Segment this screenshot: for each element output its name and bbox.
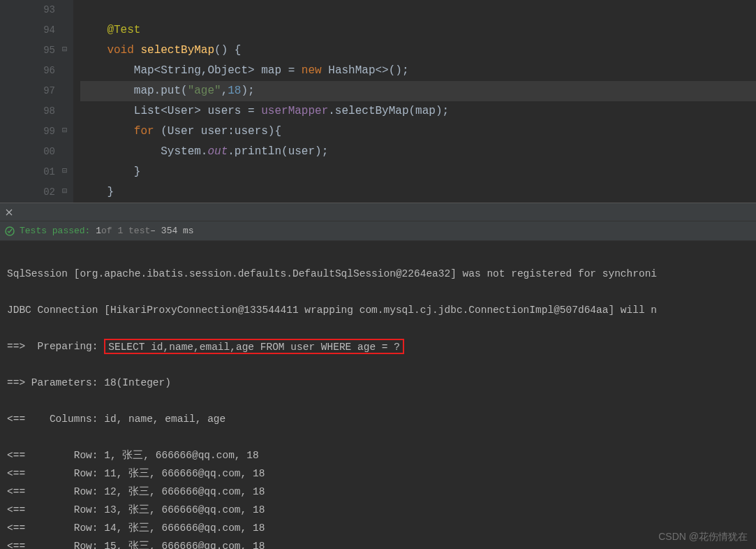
console-row: <== Row: 11, 张三, 666666@qq.com, 18 bbox=[7, 464, 749, 483]
line-number: 99 bbox=[43, 122, 55, 142]
watermark: CSDN @花伤情犹在 bbox=[658, 531, 748, 543]
line-number: 96 bbox=[43, 61, 55, 81]
console-row: <== Row: 15, 张三, 666666@qq.com, 18 bbox=[7, 537, 749, 549]
console-line: <== Columns: id, name, email, age bbox=[7, 410, 749, 428]
close-tab-icon[interactable] bbox=[0, 203, 18, 221]
bottom-panel: Tests passed: 1 of 1 test – 354 ms SqlSe… bbox=[0, 203, 756, 549]
tests-time: – 354 ms bbox=[150, 226, 193, 236]
line-number: 01 bbox=[43, 162, 55, 182]
console-line: JDBC Connection [HikariProxyConnection@1… bbox=[7, 301, 749, 319]
console-row: <== Row: 14, 张三, 666666@qq.com, 18 bbox=[7, 519, 749, 537]
fold-column: ⊟ ⊟ ⊟ ⊟ bbox=[59, 0, 73, 203]
console-output[interactable]: SqlSession [org.apache.ibatis.session.de… bbox=[0, 241, 756, 549]
fold-marker-icon[interactable]: ⊟ bbox=[62, 127, 69, 134]
line-gutter: 93 94 95 96 97 98 99 00 01 02 bbox=[0, 0, 59, 203]
method-name: selectByMap bbox=[140, 44, 214, 57]
line-number: 00 bbox=[43, 142, 55, 162]
tests-passed-count: 1 bbox=[96, 226, 101, 236]
line-number: 97 bbox=[43, 81, 55, 101]
keyword: void bbox=[107, 44, 133, 57]
console-line: SqlSession [org.apache.ibatis.session.de… bbox=[7, 265, 749, 283]
line-number: 93 bbox=[43, 0, 55, 20]
fold-marker-icon[interactable]: ⊟ bbox=[62, 168, 69, 175]
tests-total: of 1 test bbox=[101, 226, 150, 236]
check-icon bbox=[4, 226, 15, 237]
fold-marker-icon[interactable]: ⊟ bbox=[62, 46, 69, 53]
console-line: ==> Parameters: 18(Integer) bbox=[7, 374, 749, 392]
line-number: 98 bbox=[43, 101, 55, 122]
line-number: 94 bbox=[43, 20, 55, 41]
code-area[interactable]: @Test void selectByMap() { Map<String,Ob… bbox=[73, 0, 756, 203]
sql-highlight: SELECT id,name,email,age FROM user WHERE… bbox=[104, 339, 404, 354]
editor-area: 93 94 95 96 97 98 99 00 01 02 ⊟ ⊟ ⊟ ⊟ @T… bbox=[0, 0, 756, 203]
line-number: 02 bbox=[43, 182, 55, 203]
annotation: @Test bbox=[107, 24, 140, 36]
console-row: <== Row: 13, 张三, 666666@qq.com, 18 bbox=[7, 501, 749, 519]
tab-bar bbox=[0, 203, 756, 221]
tests-passed-label: Tests passed: bbox=[20, 226, 90, 236]
fold-marker-icon[interactable]: ⊟ bbox=[62, 188, 69, 195]
test-status-bar: Tests passed: 1 of 1 test – 354 ms bbox=[0, 221, 756, 241]
console-line: ==> Preparing: SELECT id,name,email,age … bbox=[7, 337, 749, 356]
line-number: 95 bbox=[43, 41, 55, 61]
console-row: <== Row: 1, 张三, 666666@qq.com, 18 bbox=[7, 446, 749, 464]
console-row: <== Row: 12, 张三, 666666@qq.com, 18 bbox=[7, 483, 749, 501]
